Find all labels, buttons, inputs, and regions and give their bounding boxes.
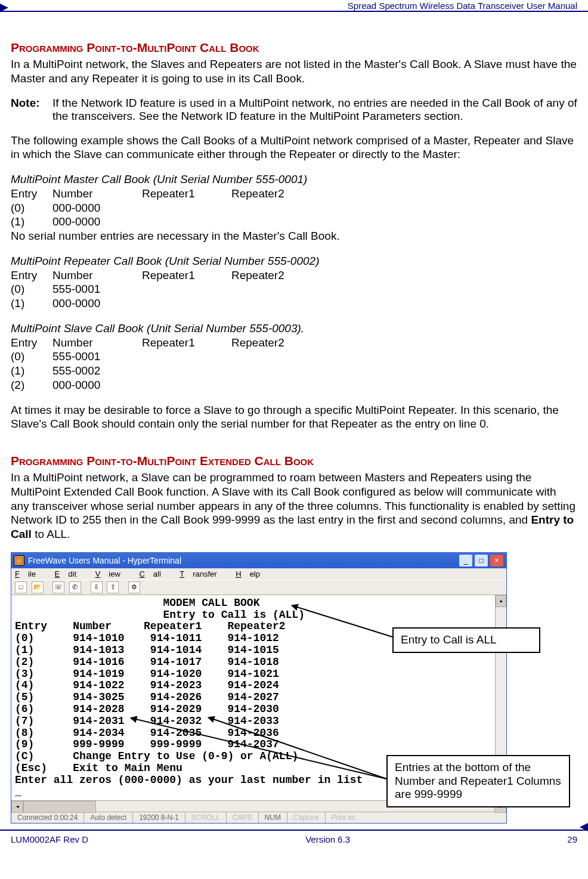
disconnect-icon[interactable]: ✆	[69, 581, 81, 593]
callout-999: Entries at the bottom of the Number and …	[386, 755, 570, 807]
status-capture: Capture	[287, 812, 326, 823]
col-r1: Repeater1	[142, 187, 231, 201]
status-detect: Auto detect	[84, 812, 133, 823]
close-button[interactable]: ×	[490, 554, 504, 567]
table-row: (2) 000-0000	[11, 378, 577, 392]
callout-entry-to-call: Entry to Call is ALL	[392, 627, 540, 653]
status-connected: Connected 0:00:24	[11, 812, 84, 823]
minimize-button[interactable]: _	[459, 554, 473, 567]
menubar: File Edit View Call Transfer Help	[11, 568, 506, 580]
section1-p2: The following example shows the Call Boo…	[11, 134, 577, 162]
table-row: (1) 000-0000	[11, 215, 577, 229]
footer: LUM0002AF Rev D Version 6.3 29	[0, 830, 588, 848]
hyperterminal-container: ⌂ FreeWave Users Manual - HyperTerminal …	[11, 552, 577, 824]
menu-help[interactable]: Help	[236, 570, 268, 578]
status-bar: Connected 0:00:24 Auto detect 19200 8-N-…	[11, 812, 506, 823]
status-scroll: SCROLL	[185, 812, 227, 823]
note-label: Note:	[11, 97, 52, 123]
menu-edit[interactable]: Edit	[55, 570, 85, 578]
footer-arrow-icon	[580, 823, 588, 831]
doc-title: Spread Spectrum Wireless Data Transceive…	[348, 1, 577, 11]
status-baud: 19200 8-N-1	[133, 812, 185, 823]
cb-header-row: Entry Number Repeater1 Repeater2	[11, 336, 577, 350]
menu-call[interactable]: Call	[139, 570, 169, 578]
menu-file[interactable]: File	[15, 570, 44, 578]
col-entry: Entry	[11, 187, 52, 201]
col-r2: Repeater2	[231, 187, 321, 201]
repeater-cb-title: MultiPoint Repeater Call Book (Unit Seri…	[11, 254, 577, 268]
status-print: Print ec	[326, 812, 362, 823]
note-row: Note: If the Network ID feature is used …	[11, 97, 577, 123]
footer-center: Version 6.3	[305, 834, 350, 844]
table-row: (1) 555-0002	[11, 364, 577, 378]
master-callbook: MultiPoint Master Call Book (Unit Serial…	[11, 172, 577, 243]
hscroll-thumb[interactable]	[23, 801, 96, 813]
app-icon: ⌂	[14, 555, 24, 566]
table-row: (1) 000-0000	[11, 296, 577, 311]
properties-icon[interactable]: ⚙	[128, 581, 140, 593]
header-arrow-icon	[0, 4, 8, 12]
col-number: Number	[52, 187, 142, 201]
table-row: (0) 000-0000	[11, 201, 577, 215]
cb-header-row: Entry Number Repeater1 Repeater2	[11, 268, 577, 283]
scroll-up-icon[interactable]: ▴	[496, 595, 506, 607]
slave-cb-title: MultiPoint Slave Call Book (Unit Serial …	[11, 321, 577, 336]
table-row: (0) 555-0001	[11, 282, 577, 296]
status-num: NUM	[259, 812, 287, 823]
status-caps: CAPS	[227, 812, 259, 823]
note-body: If the Network ID feature is used in a M…	[52, 97, 577, 123]
send-icon[interactable]: ⇩	[91, 581, 103, 593]
window-title: FreeWave Users Manual - HyperTerminal	[28, 556, 181, 565]
receive-icon[interactable]: ⇧	[107, 581, 119, 593]
header-bar: Spread Spectrum Wireless Data Transceive…	[0, 0, 588, 12]
table-row: (0) 555-0001	[11, 349, 577, 364]
master-cb-title: MultiPoint Master Call Book (Unit Serial…	[11, 172, 577, 187]
repeater-callbook: MultiPoint Repeater Call Book (Unit Seri…	[11, 254, 577, 311]
menu-transfer[interactable]: Transfer	[180, 570, 225, 578]
scroll-left-icon[interactable]: ◂	[11, 801, 23, 813]
footer-left: LUM0002AF Rev D	[11, 834, 88, 844]
toolbar: □ 📂 ☏ ✆ ⇩ ⇧ ⚙	[11, 580, 506, 595]
p-after-tables: At times it may be desirable to force a …	[11, 403, 577, 432]
section1-heading: Programming Point-to-MultiPoint Call Boo…	[11, 41, 577, 55]
cb-header-row: Entry Number Repeater1 Repeater2	[11, 187, 577, 201]
section2-p1: In a MultiPoint network, a Slave can be …	[11, 471, 577, 541]
maximize-button[interactable]: □	[474, 554, 488, 567]
new-icon[interactable]: □	[15, 581, 27, 593]
connect-icon[interactable]: ☏	[52, 581, 64, 593]
menu-view[interactable]: View	[95, 570, 129, 578]
master-cb-note: No serial number entries are necessary i…	[11, 229, 577, 243]
footer-right: 29	[567, 834, 577, 844]
titlebar[interactable]: ⌂ FreeWave Users Manual - HyperTerminal …	[11, 553, 506, 568]
section1-p1: In a MultiPoint network, the Slaves and …	[11, 57, 577, 86]
section2-heading: Programming Point-to-MultiPoint Extended…	[11, 454, 577, 468]
slave-callbook: MultiPoint Slave Call Book (Unit Serial …	[11, 321, 577, 392]
open-icon[interactable]: 📂	[32, 581, 44, 593]
